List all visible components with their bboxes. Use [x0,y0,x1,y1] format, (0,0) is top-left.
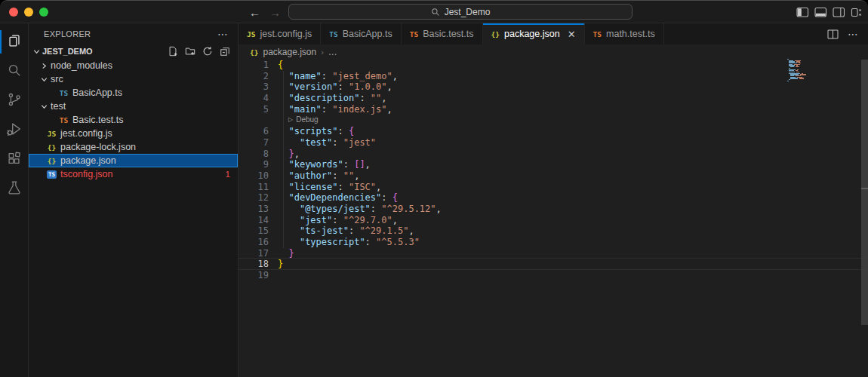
line-number: 16 [239,237,269,248]
file-tree: node_modulessrcTSBasicApp.tstestTSBasic.… [29,59,238,181]
tree-item-test[interactable]: test [29,100,238,113]
code-area[interactable]: 1{2 "name": "jest_demo",3 "version": "1.… [239,60,868,281]
code-line-12[interactable]: 12 "devDependencies": { [239,192,868,204]
code-line-19[interactable]: 19 [239,270,868,281]
line-text: "keywords": [], [269,159,371,170]
breadcrumb[interactable]: {} package.json › … [239,44,868,60]
code-line-1[interactable]: 1{ [239,60,868,71]
play-icon: ▷ [288,115,293,126]
code-line-8[interactable]: 8 }, [239,149,868,160]
line-text: }, [269,149,300,160]
tab-label: math.test.ts [606,29,655,39]
line-number: 2 [239,71,269,82]
activity-item-search[interactable] [0,57,28,86]
json-file-icon: {} [491,30,500,38]
editor-more-actions-icon[interactable]: ⋯ [848,28,859,40]
tab-label: BasicApp.ts [343,29,392,39]
workspace-root-label: JEST_DEMO [42,47,93,56]
line-text: "main": "index.js", [269,104,392,115]
chevron-down-icon [32,47,41,56]
ts-file-icon: TS [329,30,337,38]
back-button[interactable]: ← [249,6,260,19]
activity-item-testing[interactable] [0,174,28,204]
code-line-2[interactable]: 2 "name": "jest_demo", [239,71,868,82]
line-number: 10 [239,170,269,182]
explorer-title: EXPLORER [44,29,91,38]
tree-item-label: BasicApp.ts [72,87,122,98]
tree-item-jest-config-js[interactable]: JSjest.config.js [29,127,238,140]
code-line-16[interactable]: 16 "typescript": "^5.5.3" [239,237,868,248]
code-line-15[interactable]: 15 "ts-jest": "^29.1.5", [239,225,868,237]
codelens-label[interactable]: Debug [296,115,318,126]
tree-item-node-modules[interactable]: node_modules [29,59,238,72]
tree-item-basicapp-ts[interactable]: TSBasicApp.ts [29,86,238,100]
new-folder-icon[interactable] [185,46,195,57]
line-text: "@types/jest": "^29.5.12", [269,204,442,215]
js-file-icon: JS [45,130,58,138]
line-number: 13 [239,204,269,215]
activity-item-extensions[interactable] [0,145,28,174]
vertical-scrollbar[interactable] [861,60,868,325]
cursor-overview-marker [861,188,868,189]
toggle-sidebar-icon[interactable] [796,7,809,18]
ts-file-icon: TS [593,30,602,38]
close-tab-icon[interactable]: ✕ [568,29,576,40]
search-icon [431,8,440,17]
tab-math-test-ts[interactable]: TSmath.test.ts [585,23,664,44]
new-file-icon[interactable] [168,46,178,57]
split-editor-icon[interactable] [827,29,839,39]
line-text: "jest": "^29.7.0", [269,215,398,226]
collapse-all-icon[interactable] [220,46,230,57]
traffic-lights [9,8,48,17]
line-number: 7 [239,137,269,149]
activity-item-run-debug[interactable] [0,115,28,145]
title-bar: ← → Jest_Demo [0,1,868,23]
tree-item-label: package.json [60,155,116,166]
tab-basicapp-ts[interactable]: TSBasicApp.ts [321,23,401,44]
tree-item-package-lock-json[interactable]: {}package-lock.json [29,140,238,154]
code-line-18[interactable]: 18} [239,259,868,270]
code-line-10[interactable]: 10 "author": "", [239,170,868,182]
breadcrumb-separator: › [321,48,324,57]
close-window-button[interactable] [9,8,18,17]
code-line-3[interactable]: 3 "version": "1.0.0", [239,81,868,93]
code-line-14[interactable]: 14 "jest": "^29.7.0", [239,215,868,226]
code-line-17[interactable]: 17 } [239,248,868,259]
ts-file-icon: TS [410,30,418,38]
tree-item-package-json[interactable]: {}package.json [29,154,238,167]
code-line-6[interactable]: 6 "scripts": { [239,126,868,137]
code-line-7[interactable]: 7 "test": "jest" [239,137,868,149]
code-line-13[interactable]: 13 "@types/jest": "^29.5.12", [239,204,868,215]
tab-basic-test-ts[interactable]: TSBasic.test.ts [402,23,483,44]
minimize-window-button[interactable] [24,8,33,17]
customize-layout-icon[interactable] [851,7,862,18]
workspace-root-row[interactable]: JEST_DEMO [29,44,238,59]
line-text: "test": "jest" [269,137,376,149]
json-file-icon: {} [45,157,58,165]
code-line-9[interactable]: 9 "keywords": [], [239,159,868,170]
tree-item-src[interactable]: src [29,72,238,86]
code-line-11[interactable]: 11 "license": "ISC", [239,182,868,193]
tree-item-label: package-lock.json [60,142,136,152]
explorer-more-actions-icon[interactable]: ⋯ [217,28,229,40]
tab-package-json[interactable]: {}package.json✕ [483,23,585,44]
toggle-secondary-sidebar-icon[interactable] [833,7,845,18]
breadcrumb-more[interactable]: … [328,47,337,57]
minimap[interactable] [787,59,833,81]
code-line-4[interactable]: 4 "description": "", [239,93,868,104]
tree-item-tsconfig-json[interactable]: TStsconfig.json1 [29,167,238,181]
codelens-debug[interactable]: ▷Debug [239,115,868,126]
toggle-panel-icon[interactable] [814,7,827,18]
activity-item-source-control[interactable] [0,86,28,115]
forward-button[interactable]: → [269,6,281,19]
zoom-window-button[interactable] [39,8,48,17]
code-line-5[interactable]: 5 "main": "index.js", [239,104,868,115]
line-text: "name": "jest_demo", [269,71,398,82]
activity-item-explorer[interactable] [0,27,28,57]
tree-item-basic-test-ts[interactable]: TSBasic.test.ts [29,113,238,127]
activity-bar [0,23,29,377]
refresh-icon[interactable] [202,46,213,57]
tab-jest-config-js[interactable]: JSjest.config.js [239,23,321,44]
breadcrumb-file[interactable]: package.json [263,47,316,57]
command-center-search[interactable]: Jest_Demo [288,4,633,20]
